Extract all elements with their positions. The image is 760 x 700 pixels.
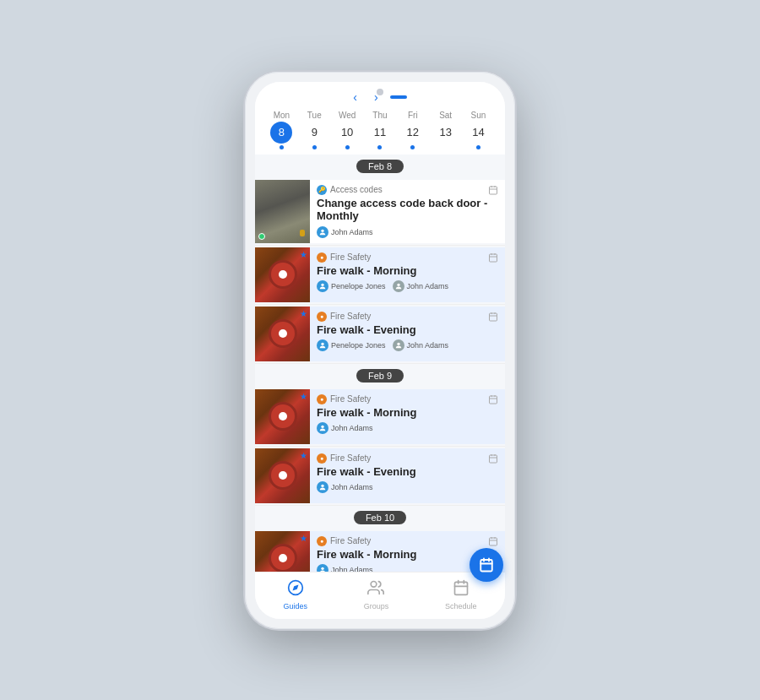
day-name-thu: Thu [372, 111, 387, 120]
category-icon-ev5: ● [317, 453, 327, 464]
star-badge: ★ [300, 534, 307, 543]
event-thumb-ev1 [255, 180, 310, 243]
day-col-tue[interactable]: Tue 9 [299, 111, 329, 149]
guides-label: Guides [283, 602, 307, 610]
bottom-nav: Guides Groups [255, 572, 505, 619]
day-col-sun[interactable]: Sun 14 [463, 111, 493, 149]
guides-icon [287, 579, 304, 600]
assignee-name-ev6-0: John Adams [331, 566, 373, 571]
svg-rect-18 [490, 396, 497, 404]
assignee-ev3-0: Penelope Jones [317, 339, 386, 351]
svg-point-17 [321, 426, 323, 428]
svg-rect-13 [490, 313, 497, 321]
day-dot-sun [476, 145, 480, 149]
event-category-ev1: 🔑 Access codes [317, 185, 498, 195]
assignee-name-ev3-0: Penelope Jones [331, 341, 386, 350]
day-num-13[interactable]: 13 [435, 122, 457, 144]
event-thumb-ev4: ★ [255, 389, 310, 444]
assignee-name-ev2-1: John Adams [407, 282, 449, 290]
event-calendar-icon-ev4[interactable] [488, 394, 498, 407]
nav-item-groups[interactable]: Groups [364, 579, 389, 610]
event-calendar-icon-ev3[interactable] [488, 312, 498, 324]
svg-point-0 [321, 229, 323, 231]
day-num-11[interactable]: 11 [369, 122, 391, 144]
event-assignees-ev4: John Adams [317, 422, 498, 434]
assignee-ev2-1: John Adams [393, 280, 449, 292]
svg-rect-1 [490, 187, 497, 194]
event-title-ev5: Fire walk - Evening [317, 465, 498, 479]
days-row: Mon 8 Tue 9 Wed 10 Thu 11 Fri 12 Sat 13 … [265, 111, 495, 149]
event-category-ev3: ● Fire Safety [317, 312, 498, 322]
event-card-ev3[interactable]: ★ ● Fire Safety Fire walk - Evening [255, 307, 505, 361]
day-dot-fri [410, 145, 415, 149]
event-title-ev4: Fire walk - Morning [317, 406, 498, 420]
nav-item-schedule[interactable]: Schedule [445, 579, 477, 610]
event-card-ev6[interactable]: ★ ● Fire Safety Fire walk - Morning [255, 531, 505, 572]
date-sep-feb-10: Feb 10 [255, 506, 505, 529]
date-sep-feb-9: Feb 9 [255, 364, 505, 388]
event-thumb-ev5: ★ [255, 448, 310, 503]
avatar-ev1-0 [317, 226, 328, 238]
avatar-ev2-1 [393, 280, 404, 292]
avatar-ev3-0 [317, 339, 328, 351]
day-num-9[interactable]: 9 [303, 122, 325, 144]
day-num-10[interactable]: 10 [336, 122, 358, 144]
event-content-ev1: 🔑 Access codes Change access code back d… [310, 180, 505, 243]
svg-point-6 [397, 284, 399, 286]
assignee-ev2-0: Penelope Jones [317, 280, 386, 292]
day-col-wed[interactable]: Wed 10 [332, 111, 362, 149]
day-name-sat: Sat [439, 111, 452, 120]
event-card-ev4[interactable]: ★ ● Fire Safety Fire walk - Morning [255, 389, 505, 444]
category-icon-ev3: ● [317, 312, 327, 322]
category-icon-ev4: ● [317, 394, 327, 404]
day-dot-wed [345, 145, 350, 149]
date-pill: Feb 10 [354, 511, 406, 524]
event-calendar-icon-ev6[interactable] [488, 536, 498, 549]
day-name-sun: Sun [471, 111, 486, 120]
event-card-ev2[interactable]: ★ ● Fire Safety Fire walk - Morning [255, 247, 505, 302]
event-card-ev1[interactable]: 🔑 Access codes Change access code back d… [255, 180, 505, 243]
event-category-ev2: ● Fire Safety [317, 252, 498, 263]
event-card-ev5[interactable]: ★ ● Fire Safety Fire walk - Evening [255, 448, 505, 503]
date-sep-feb-8: Feb 8 [255, 155, 505, 178]
day-col-sat[interactable]: Sat 13 [431, 111, 461, 149]
svg-point-22 [321, 485, 323, 487]
assignee-name-ev3-1: John Adams [407, 341, 449, 350]
svg-point-38 [372, 581, 377, 587]
category-label-ev4: Fire Safety [330, 394, 371, 404]
schedule-scroll-area[interactable]: Feb 8 🔑 Access codes Change access code … [255, 155, 505, 572]
day-name-mon: Mon [274, 111, 290, 120]
event-assignees-ev1: John Adams [317, 226, 498, 238]
day-name-wed: Wed [339, 111, 356, 120]
svg-point-5 [321, 284, 323, 286]
day-num-14[interactable]: 14 [467, 122, 489, 144]
event-calendar-icon-ev1[interactable] [488, 185, 498, 198]
event-category-ev4: ● Fire Safety [317, 394, 498, 404]
prev-month-arrow[interactable]: ‹ [353, 90, 357, 104]
day-num-8[interactable]: 8 [270, 122, 292, 144]
assignee-ev6-0: John Adams [317, 564, 373, 571]
nav-item-guides[interactable]: Guides [283, 579, 307, 610]
event-calendar-icon-ev5[interactable] [488, 453, 498, 466]
day-col-fri[interactable]: Fri 12 [398, 111, 428, 149]
svg-rect-23 [490, 455, 497, 463]
svg-point-11 [321, 343, 323, 345]
star-badge: ★ [300, 392, 307, 401]
event-calendar-icon-ev2[interactable] [488, 252, 498, 265]
event-content-ev4: ● Fire Safety Fire walk - Morning John A… [310, 389, 505, 444]
date-pill: Feb 8 [356, 160, 404, 173]
category-label-ev2: Fire Safety [330, 252, 371, 262]
event-title-ev2: Fire walk - Morning [317, 264, 498, 278]
week-view-button[interactable] [390, 95, 407, 99]
event-title-ev3: Fire walk - Evening [317, 323, 498, 337]
svg-rect-7 [490, 254, 497, 262]
add-schedule-fab[interactable] [470, 548, 503, 582]
category-icon-ev6: ● [317, 536, 327, 546]
day-col-mon[interactable]: Mon 8 [266, 111, 296, 149]
day-col-thu[interactable]: Thu 11 [365, 111, 395, 149]
svg-point-12 [397, 343, 399, 345]
avatar-ev4-0 [317, 422, 328, 434]
event-content-ev5: ● Fire Safety Fire walk - Evening John A… [310, 448, 505, 503]
category-label-ev6: Fire Safety [330, 536, 371, 545]
day-num-12[interactable]: 12 [402, 122, 424, 144]
